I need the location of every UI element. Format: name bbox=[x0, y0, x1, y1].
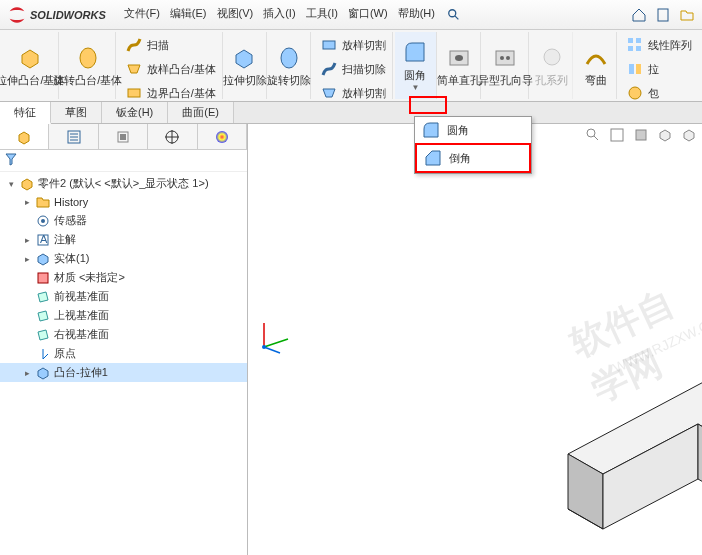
svg-line-38 bbox=[594, 136, 598, 140]
tree-tab-config[interactable] bbox=[99, 124, 148, 149]
ribbon-sweepcut[interactable]: 扫描切除 bbox=[317, 58, 388, 80]
tree-tab-appear[interactable] bbox=[198, 124, 247, 149]
cutext-icon bbox=[231, 44, 259, 72]
ribbon-cutext[interactable]: 拉伸切除 bbox=[225, 32, 267, 99]
menu-tools[interactable]: 工具(I) bbox=[306, 6, 338, 24]
ribbon-sweep[interactable]: 扫描 bbox=[122, 34, 171, 56]
tab-sketch[interactable]: 草图 bbox=[51, 102, 102, 123]
tree-root[interactable]: ▾零件2 (默认< <默认>_显示状态 1>) bbox=[0, 174, 247, 193]
search-icon[interactable] bbox=[445, 6, 463, 24]
ribbon-mirror[interactable]: 拉 bbox=[623, 58, 661, 80]
tree-feature-extrude[interactable]: ▸凸台-拉伸1 bbox=[0, 363, 247, 382]
3d-viewport[interactable]: 软件自学网 WWW.RJZXW.COM bbox=[248, 124, 702, 555]
ribbon-cutrev[interactable]: 旋转切除 bbox=[269, 32, 311, 99]
ribbon-more[interactable]: 包 bbox=[623, 82, 661, 104]
tab-sheetmetal[interactable]: 钣金(H) bbox=[102, 102, 168, 123]
tree-material[interactable]: 材质 <未指定> bbox=[0, 268, 247, 287]
tree-history[interactable]: ▸History bbox=[0, 193, 247, 211]
ribbon-simplehole[interactable]: 简单直孔 bbox=[439, 32, 481, 99]
menu-insert[interactable]: 插入(I) bbox=[263, 6, 295, 24]
ribbon-loftcut[interactable]: 放样切割 bbox=[317, 34, 388, 56]
tree-right[interactable]: 右视基准面 bbox=[0, 325, 247, 344]
svg-point-31 bbox=[41, 219, 45, 223]
svg-rect-25 bbox=[120, 134, 126, 140]
fillet-small-icon bbox=[421, 120, 441, 140]
ribbon-boundary[interactable]: 边界凸台/基体 bbox=[122, 82, 218, 104]
viewcube-icon[interactable] bbox=[656, 126, 674, 144]
solid-icon bbox=[36, 252, 50, 266]
tree-notes[interactable]: ▸A注解 bbox=[0, 230, 247, 249]
zoomfit-icon[interactable] bbox=[608, 126, 626, 144]
chamfer-icon bbox=[423, 148, 443, 168]
cutrev-icon bbox=[275, 44, 303, 72]
appearance-icon bbox=[214, 129, 230, 145]
cube-icon bbox=[16, 129, 32, 145]
ribbon-sweep-group: 扫描 放样凸台/基体 边界凸台/基体 bbox=[118, 32, 223, 99]
ribbon-bend[interactable]: 弯曲 bbox=[575, 32, 617, 99]
loft-icon bbox=[124, 59, 144, 79]
new-icon[interactable] bbox=[654, 6, 672, 24]
ribbon-loftcut2[interactable]: 放样切割 bbox=[317, 82, 388, 104]
collapse-icon[interactable]: ▾ bbox=[6, 179, 16, 189]
dropdown-chamfer-label: 倒角 bbox=[449, 151, 471, 166]
svg-rect-6 bbox=[323, 41, 335, 49]
linpat-icon bbox=[625, 35, 645, 55]
svg-rect-9 bbox=[496, 51, 514, 65]
revolve-label: 旋转凸台/基体 bbox=[53, 74, 122, 86]
tree-sensors[interactable]: 传感器 bbox=[0, 211, 247, 230]
ribbon-cut-group: 放样切割 扫描切除 放样切割 bbox=[313, 32, 393, 99]
tree-origin[interactable]: 原点 bbox=[0, 344, 247, 363]
svg-line-1 bbox=[455, 15, 459, 19]
section-icon[interactable] bbox=[632, 126, 650, 144]
extrude-icon bbox=[17, 44, 45, 72]
ribbon-loft[interactable]: 放样凸台/基体 bbox=[122, 58, 218, 80]
ribbon-linpat[interactable]: 线性阵列 bbox=[623, 34, 694, 56]
tree-top[interactable]: 上视基准面 bbox=[0, 306, 247, 325]
tree-tab-dim[interactable] bbox=[148, 124, 197, 149]
menu-edit[interactable]: 编辑(E) bbox=[170, 6, 207, 24]
tab-features[interactable]: 特征 bbox=[0, 102, 51, 124]
chevron-down-icon: ▼ bbox=[411, 83, 419, 92]
cutext-label: 拉伸切除 bbox=[223, 74, 267, 86]
dropdown-chamfer[interactable]: 倒角 bbox=[415, 143, 531, 173]
plane-icon bbox=[36, 309, 50, 323]
menu-window[interactable]: 窗口(W) bbox=[348, 6, 388, 24]
svg-rect-40 bbox=[636, 130, 646, 140]
tree-solids[interactable]: ▸实体(1) bbox=[0, 249, 247, 268]
plane-icon bbox=[36, 328, 50, 342]
menu-file[interactable]: 文件(F) bbox=[124, 6, 160, 24]
svg-line-36 bbox=[43, 354, 48, 359]
ribbon-wizardhole[interactable]: 异型孔向导 bbox=[483, 32, 529, 99]
ribbon-extrude[interactable]: 拉伸凸台/基体 bbox=[4, 32, 59, 99]
holeser-icon bbox=[538, 43, 566, 71]
ribbon-revolve[interactable]: 旋转凸台/基体 bbox=[61, 32, 116, 99]
main-area: ▾零件2 (默认< <默认>_显示状态 1>) ▸History 传感器 ▸A注… bbox=[0, 124, 702, 555]
tree-tab-feature[interactable] bbox=[0, 124, 49, 149]
svg-point-12 bbox=[544, 49, 560, 65]
menu-help[interactable]: 帮助(H) bbox=[398, 6, 435, 24]
target-icon bbox=[164, 129, 180, 145]
bend-icon bbox=[582, 43, 610, 71]
zoom-icon[interactable] bbox=[584, 126, 602, 144]
display-icon[interactable] bbox=[680, 126, 698, 144]
feature-tree: ▾零件2 (默认< <默认>_显示状态 1>) ▸History 传感器 ▸A注… bbox=[0, 172, 247, 555]
tree-tabs bbox=[0, 124, 247, 150]
ribbon-fillet[interactable]: 圆角▼ bbox=[395, 32, 437, 99]
tree-filter[interactable] bbox=[0, 150, 247, 172]
fillet-icon bbox=[401, 38, 429, 66]
ribbon-pattern-group: 线性阵列 拉 包 bbox=[619, 32, 698, 99]
svg-point-10 bbox=[500, 56, 504, 60]
tab-surface[interactable]: 曲面(E) bbox=[168, 102, 234, 123]
more-icon bbox=[625, 83, 645, 103]
simplehole-icon bbox=[445, 44, 473, 72]
ribbon-holeser[interactable]: 孔系列 bbox=[531, 32, 573, 99]
home-icon[interactable] bbox=[630, 6, 648, 24]
app-name: SOLIDWORKS bbox=[30, 9, 106, 21]
tree-front[interactable]: 前视基准面 bbox=[0, 287, 247, 306]
dropdown-fillet[interactable]: 圆角 bbox=[415, 117, 531, 143]
open-icon[interactable] bbox=[678, 6, 696, 24]
svg-rect-4 bbox=[128, 89, 140, 97]
tree-tab-property[interactable] bbox=[49, 124, 98, 149]
svg-rect-2 bbox=[658, 9, 668, 21]
menu-view[interactable]: 视图(V) bbox=[217, 6, 254, 24]
